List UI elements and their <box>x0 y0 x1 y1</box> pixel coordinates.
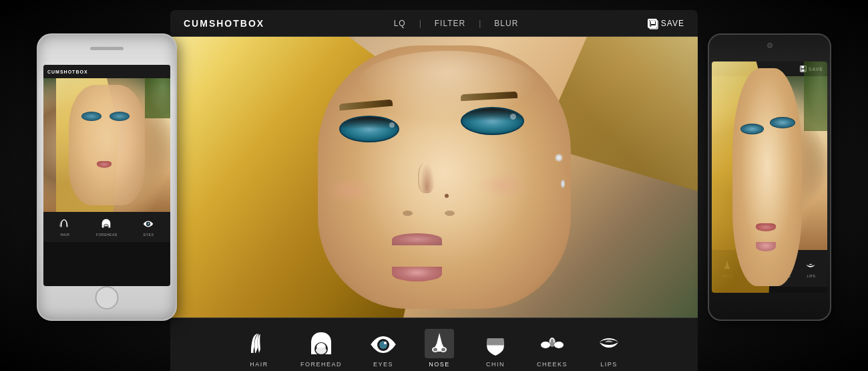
tool-chin[interactable]: CHIN <box>474 325 517 372</box>
mini-eyes-icon <box>142 218 156 231</box>
tool-cheeks[interactable]: CHEEKS <box>530 325 574 372</box>
left-phone-header: CUMSHOTBOX <box>43 65 170 78</box>
tool-eyes[interactable]: EYES <box>362 325 405 372</box>
svg-point-16 <box>541 342 550 348</box>
right-phone-photo <box>712 76 827 250</box>
phone-home-button[interactable] <box>95 286 119 310</box>
main-toolbar: HAIR FOREHEAD EYES NOSE <box>170 318 698 371</box>
save-icon <box>648 19 657 28</box>
hair-icon <box>244 329 274 358</box>
right-phone-camera <box>767 43 773 48</box>
main-screen-bezel: CUMSHOTBOX LQ | FILTER | BLUR SAVE <box>170 10 698 371</box>
tool-hair-label: HAIR <box>250 361 268 368</box>
svg-rect-6 <box>651 25 656 28</box>
lips-icon <box>594 329 624 358</box>
mini-lips-label: LIPS <box>807 274 815 278</box>
tool-cheeks-label: CHEEKS <box>537 361 568 368</box>
mini-hair-icon <box>58 218 71 231</box>
main-photo-bg <box>170 37 698 318</box>
svg-point-11 <box>384 342 387 344</box>
right-phone-body: SAVE NOSE <box>708 33 831 321</box>
save-label: SAVE <box>661 19 684 28</box>
nav-filter[interactable]: FILTER <box>435 19 465 28</box>
nav-sep-2: | <box>479 19 481 28</box>
mini-forehead-icon <box>100 218 114 231</box>
header-nav: LQ | FILTER | BLUR <box>394 19 519 28</box>
app-logo: CUMSHOTBOX <box>184 18 264 29</box>
nav-sep-1: | <box>419 19 421 28</box>
main-photo-area <box>170 37 698 318</box>
main-screen-header: CUMSHOTBOX LQ | FILTER | BLUR SAVE <box>170 10 698 37</box>
tool-forehead[interactable]: FOREHEAD <box>294 325 349 372</box>
left-phone-screen: CUMSHOTBOX HAIR <box>43 65 170 286</box>
svg-point-3 <box>148 223 149 223</box>
save-button[interactable]: SAVE <box>648 19 684 28</box>
tool-nose-label: NOSE <box>429 361 450 368</box>
mini-lips-icon <box>805 259 818 273</box>
left-phone: CUMSHOTBOX HAIR <box>37 33 177 321</box>
chin-icon <box>481 329 510 358</box>
mini-tool-forehead[interactable]: FOREHEAD <box>96 218 118 237</box>
main-device: CUMSHOTBOX LQ | FILTER | BLUR SAVE <box>157 0 711 371</box>
mini-tool-eyes-label: EYES <box>144 233 154 237</box>
svg-point-14 <box>433 348 437 351</box>
left-phone-mini-toolbar: HAIR FOREHEAD EYES <box>43 212 170 242</box>
mini-tool-lips-right[interactable]: LIPS <box>805 259 818 278</box>
eyes-icon <box>369 329 398 358</box>
right-phone-screen: SAVE NOSE <box>712 61 827 293</box>
tool-eyes-label: EYES <box>373 361 393 368</box>
svg-rect-5 <box>651 21 655 24</box>
mini-tool-forehead-label: FOREHEAD <box>96 233 118 237</box>
right-phone: SAVE NOSE <box>708 33 831 321</box>
mini-tool-eyes[interactable]: EYES <box>142 218 156 237</box>
svg-point-17 <box>554 342 564 348</box>
left-phone-logo: CUMSHOTBOX <box>47 70 88 74</box>
mini-tool-hair-label: HAIR <box>60 233 69 237</box>
left-phone-body: CUMSHOTBOX HAIR <box>37 33 177 321</box>
tool-lips[interactable]: LIPS <box>588 325 630 372</box>
phone-speaker <box>90 47 124 50</box>
tool-forehead-label: FOREHEAD <box>300 361 342 368</box>
nav-lq[interactable]: LQ <box>394 19 406 28</box>
tool-hair[interactable]: HAIR <box>238 325 280 372</box>
mini-tool-hair[interactable]: HAIR <box>58 218 71 237</box>
nose-icon <box>425 329 454 358</box>
cheeks-icon <box>537 329 567 358</box>
forehead-icon <box>306 329 336 358</box>
tool-chin-label: CHIN <box>486 361 505 368</box>
tool-nose[interactable]: NOSE <box>418 325 461 372</box>
svg-point-18 <box>549 338 556 347</box>
svg-point-15 <box>441 348 445 351</box>
left-phone-photo <box>43 78 170 212</box>
nav-blur[interactable]: BLUR <box>494 19 518 28</box>
tool-lips-label: LIPS <box>600 361 618 368</box>
